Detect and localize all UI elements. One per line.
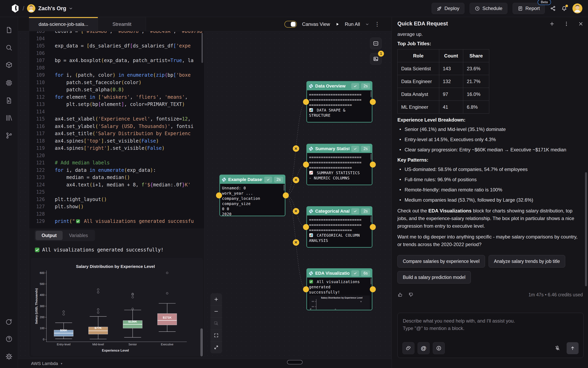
thumbs-up-icon[interactable] bbox=[397, 292, 403, 297]
code-line[interactable]: 120 bbox=[29, 152, 204, 159]
run-all-label[interactable]: Run All bbox=[345, 21, 360, 27]
user-avatar[interactable] bbox=[572, 3, 582, 13]
code-line[interactable]: 116ax4.set_ylabel('Salary (USD, Thousand… bbox=[29, 123, 204, 130]
code-line[interactable]: 115ax4.set_xlabel('Experience Level', fo… bbox=[29, 115, 204, 123]
code-line[interactable]: 105exp_data = [ds_salaries_df[ds_salarie… bbox=[29, 42, 204, 50]
chevron-down-icon[interactable] bbox=[69, 6, 73, 11]
canvas-node-overview[interactable]: Data Overview2s=========================… bbox=[307, 81, 372, 122]
canvas-horizontal-scrollbar[interactable] bbox=[287, 360, 303, 364]
tab-output[interactable]: Output bbox=[35, 231, 63, 240]
canvas-node-example[interactable]: Example Dataset2s Unnamed: 0work_year ..… bbox=[219, 175, 285, 216]
canvas-zoom-select-button[interactable] bbox=[211, 317, 222, 329]
assistant-menu-kebab-icon[interactable] bbox=[564, 21, 569, 27]
canvas-menu-kebab-icon[interactable]: ⋮ bbox=[374, 21, 380, 27]
code-line[interactable]: 128 bbox=[29, 211, 204, 218]
search-icon[interactable] bbox=[5, 44, 13, 51]
code-line[interactable]: 107bp = ax4.boxplot(exp_data, patch_arti… bbox=[29, 57, 204, 64]
assistant-scrollbar[interactable] bbox=[585, 172, 587, 286]
code-line[interactable]: 114 bbox=[29, 108, 204, 116]
code-editor[interactable]: 103colors = ['#92B4D8', '#D8A878', '#8BC… bbox=[29, 31, 204, 229]
canvas-node-summary[interactable]: Summary Statisti...2s===================… bbox=[307, 144, 372, 185]
git-branch-icon[interactable] bbox=[5, 132, 13, 139]
node-port-right[interactable] bbox=[283, 193, 289, 198]
canvas-expand-button[interactable] bbox=[211, 329, 222, 341]
tab-streamlit[interactable]: Streamlit bbox=[98, 17, 146, 31]
code-line[interactable]: 127plt.show() bbox=[29, 203, 204, 211]
console-panel-button[interactable] bbox=[370, 38, 382, 49]
suggestion-button[interactable]: Compare salaries by experience level bbox=[397, 255, 485, 267]
edge-delete-button[interactable]: ✕ bbox=[293, 177, 299, 183]
canvas-minus-button[interactable] bbox=[211, 305, 222, 317]
code-line[interactable]: 126plt.tight_layout() bbox=[29, 196, 204, 203]
org-name[interactable]: Zach's Org bbox=[38, 5, 66, 12]
chat-input[interactable]: Describe what you need help with, and I'… bbox=[397, 313, 584, 358]
code-line[interactable]: 129print(" All visualizations generated … bbox=[29, 218, 204, 225]
image-output-button[interactable]: 1 bbox=[370, 53, 382, 65]
code-line[interactable]: 111 patch.set_alpha(0.8) bbox=[29, 86, 204, 93]
node-port-right[interactable] bbox=[370, 224, 376, 230]
output-scrollbar[interactable] bbox=[200, 328, 203, 356]
suggestion-button[interactable]: Analyze salary trends by job title bbox=[489, 255, 565, 267]
app-logo-icon[interactable] bbox=[11, 4, 19, 13]
code-line[interactable]: 104 bbox=[29, 35, 204, 42]
attach-paperclip-button[interactable] bbox=[402, 342, 414, 354]
node-port-left[interactable] bbox=[303, 99, 309, 105]
code-line[interactable]: 125 bbox=[29, 188, 204, 196]
run-options-chevron-icon[interactable] bbox=[365, 22, 369, 26]
runtime-selector[interactable]: AWS Lambda▾ bbox=[31, 361, 62, 366]
code-line[interactable]: 112for element in ['whiskers', 'fliers',… bbox=[29, 93, 204, 101]
file-icon[interactable] bbox=[5, 26, 13, 34]
canvas-node-eda[interactable]: EDA Visualizations6s All visualizationsg… bbox=[307, 268, 372, 310]
bell-icon[interactable] bbox=[561, 5, 567, 11]
mention-at-button[interactable]: @ bbox=[418, 342, 430, 354]
code-line[interactable]: 117ax4.set_title('Salary Distribution by… bbox=[29, 130, 204, 137]
canvas-fit-button[interactable] bbox=[211, 341, 222, 353]
code-line[interactable]: 103colors = ['#92B4D8', '#D8A878', '#8BC… bbox=[29, 31, 204, 35]
canvas-view-toggle[interactable] bbox=[284, 21, 297, 28]
chip-icon[interactable] bbox=[5, 79, 13, 87]
sparkles-icon[interactable] bbox=[5, 318, 13, 326]
tab-notebook[interactable]: data-science-job-sala... bbox=[29, 17, 98, 31]
node-port-right[interactable] bbox=[370, 286, 376, 292]
code-line[interactable]: 118ax4.spines['top'].set_visible(False) bbox=[29, 137, 204, 145]
code-line[interactable]: 113 plt.setp(bp[element], color=PRIMARY_… bbox=[29, 101, 204, 108]
file-import-icon[interactable] bbox=[5, 97, 13, 104]
code-line[interactable]: 123 median = data.median() bbox=[29, 174, 204, 181]
node-port-right[interactable] bbox=[370, 99, 376, 105]
code-line[interactable]: 122for i, data in enumerate(exp_data): bbox=[29, 166, 204, 174]
deploy-button[interactable]: Deploy bbox=[432, 3, 465, 14]
edge-delete-button[interactable]: ✕ bbox=[293, 239, 299, 246]
code-line[interactable]: 121# Add median labels bbox=[29, 159, 204, 166]
tab-variables[interactable]: Variables bbox=[63, 231, 94, 240]
library-icon[interactable] bbox=[5, 114, 13, 122]
code-line[interactable]: 110 patch.set_facecolor(color) bbox=[29, 79, 204, 86]
org-avatar[interactable] bbox=[27, 4, 35, 13]
canvas-plus-button[interactable] bbox=[211, 293, 222, 305]
mic-off-button[interactable] bbox=[551, 342, 563, 354]
help-icon[interactable] bbox=[5, 335, 13, 343]
edge-delete-button[interactable]: ✕ bbox=[293, 208, 299, 214]
send-button[interactable] bbox=[567, 342, 579, 354]
editor-scrollbar[interactable] bbox=[202, 33, 203, 63]
close-icon[interactable] bbox=[578, 21, 584, 27]
report-button[interactable]: Report Beta bbox=[513, 3, 545, 14]
schedule-button[interactable]: Schedule bbox=[470, 3, 507, 14]
play-icon[interactable] bbox=[335, 22, 340, 27]
node-port-right[interactable] bbox=[370, 162, 376, 168]
edge-delete-button[interactable]: ✕ bbox=[293, 145, 299, 152]
suggestion-button[interactable]: Build a salary prediction model bbox=[397, 271, 471, 284]
code-line[interactable]: 124 ax4.text(i+1, median + 8, f'${median… bbox=[29, 181, 204, 189]
share-icon[interactable] bbox=[550, 5, 556, 11]
node-port-left[interactable] bbox=[303, 224, 309, 230]
code-line[interactable]: 119ax4.spines['right'].set_visible(False… bbox=[29, 145, 204, 152]
node-port-left[interactable] bbox=[216, 193, 222, 198]
settings-icon[interactable] bbox=[5, 353, 13, 360]
code-line[interactable]: 108 bbox=[29, 64, 204, 72]
cube-icon[interactable] bbox=[5, 61, 13, 69]
canvas-node-categorical[interactable]: Categorical Analy...2s==================… bbox=[307, 206, 372, 248]
code-line[interactable]: 109for i, (patch, color) in enumerate(zi… bbox=[29, 72, 204, 79]
new-chat-plus-icon[interactable] bbox=[549, 21, 555, 27]
thumbs-down-icon[interactable] bbox=[408, 292, 414, 297]
quick-actions-bolt-button[interactable] bbox=[433, 342, 445, 354]
node-port-left[interactable] bbox=[303, 162, 309, 168]
